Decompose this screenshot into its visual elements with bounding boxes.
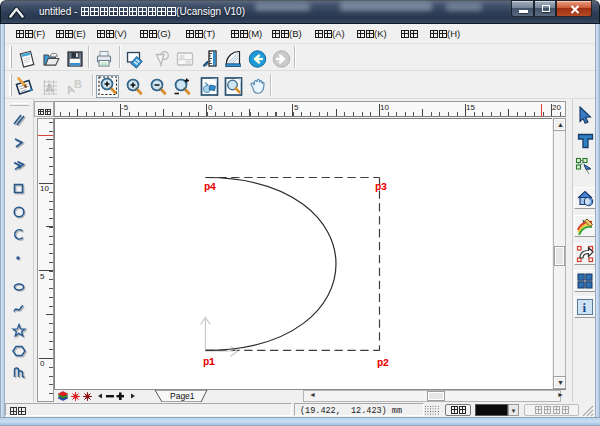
svg-text:B: B — [74, 78, 82, 90]
svg-text:A: A — [46, 82, 54, 94]
svg-text:Page1: Page1 — [170, 391, 195, 401]
svg-text:i: i — [583, 300, 587, 315]
